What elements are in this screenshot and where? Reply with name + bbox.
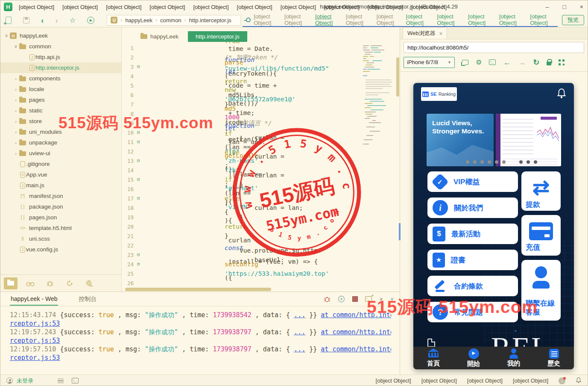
unlock-icon[interactable] (547, 62, 551, 65)
tree-chevron-icon[interactable]: › (12, 76, 19, 81)
log-token[interactable]: ... (294, 328, 305, 336)
bell-icon[interactable] (556, 88, 567, 99)
search-action[interactable]: [object Object] (468, 13, 493, 26)
menu-button[interactable]: 證書 (427, 250, 518, 270)
forward-icon[interactable]: › (55, 16, 58, 24)
tree-item[interactable]: manifest.json (0, 191, 121, 201)
tabbar-item[interactable]: 我的 (494, 347, 534, 369)
menu-item[interactable]: [object Object] (62, 4, 98, 10)
device-select[interactable]: iPhone 6/7/8 ▼ (404, 57, 455, 68)
search-option[interactable]: [object Object] (346, 13, 371, 26)
tab-debug[interactable] (43, 277, 57, 289)
tree-chevron-icon[interactable]: ∨ (3, 33, 10, 38)
back-icon[interactable]: ‹ (41, 16, 44, 24)
browser-back-icon[interactable]: ← (503, 59, 511, 66)
tree-chevron-icon[interactable]: › (12, 140, 19, 145)
tree-item[interactable]: ∨ happyLeek (0, 30, 121, 41)
tree-item[interactable]: http.api.js (0, 52, 121, 62)
search-option[interactable]: [object Object] (377, 13, 402, 26)
update-icon[interactable]: ↓ (559, 377, 565, 384)
carousel-dots[interactable] (466, 160, 537, 164)
tree-item[interactable]: ∨ common (0, 41, 121, 52)
menu-item[interactable]: [object Object] (281, 4, 316, 10)
search-action[interactable]: [object Object] (499, 13, 524, 26)
tree-chevron-icon[interactable]: › (12, 97, 19, 103)
url-input[interactable] (404, 42, 584, 53)
stop-icon[interactable] (352, 296, 358, 302)
restart-icon[interactable] (338, 295, 345, 303)
menu-button[interactable]: VIP權益 (427, 171, 518, 192)
gear-icon[interactable]: ⚙ (476, 59, 482, 66)
tree-chevron-icon[interactable]: ∨ (12, 44, 19, 49)
menu-item[interactable]: [object Object] (19, 4, 54, 10)
tree-item[interactable]: vue.config.js (0, 244, 121, 255)
tree-item[interactable]: uni.scss (0, 233, 121, 244)
menu-button[interactable]: 關於我們 (427, 197, 518, 218)
log-token[interactable]: rceptor.js:53 (10, 354, 60, 362)
tree-chevron-icon[interactable]: › (12, 119, 19, 124)
tree-item[interactable]: › pages (0, 94, 121, 105)
fold-marker-icon[interactable]: - (136, 253, 143, 257)
banner-slide-1[interactable]: Lucid Views, Stronger Moves. (427, 114, 494, 166)
save-icon[interactable] (23, 17, 29, 24)
search-action[interactable]: [object Object] (530, 13, 555, 26)
browser-forward-icon[interactable]: → (518, 59, 526, 66)
open-external-icon[interactable] (462, 60, 468, 65)
tab-close-icon[interactable]: × (439, 30, 443, 37)
tree-item[interactable]: › uview-ui (0, 148, 121, 159)
console-tab-web[interactable]: happyLeek - Web (10, 293, 58, 306)
web-browser-tab[interactable]: Web浏览器 × (403, 27, 447, 39)
status-item[interactable]: [object Object] (467, 377, 503, 384)
tabbar-item[interactable]: 首頁 (413, 347, 453, 369)
menu-item[interactable]: [object Object] (106, 4, 141, 10)
vertical-scrollbar[interactable] (396, 42, 400, 287)
breadcrumb-item[interactable]: common (160, 17, 181, 24)
user-avatar-icon[interactable] (6, 377, 13, 384)
scrollbar-thumb[interactable] (396, 57, 399, 97)
maximize-button[interactable]: □ (562, 3, 566, 10)
project-tab[interactable]: happyLeek (136, 31, 183, 42)
bookmark-star-icon[interactable]: ☆ (70, 16, 76, 24)
tab-search[interactable] (23, 277, 37, 289)
close-button[interactable]: × (580, 3, 583, 10)
log-token[interactable]: rceptor.js:53 (10, 320, 60, 327)
menu-button[interactable]: 最新活動 (427, 224, 518, 244)
log-token[interactable]: ... (294, 311, 305, 319)
new-file-icon[interactable] (6, 17, 12, 24)
panel-splitter-handle[interactable] (399, 223, 401, 240)
tab-web[interactable] (82, 277, 96, 289)
tabbar-item[interactable]: 歷史 (534, 347, 574, 369)
scrollbar-thumb[interactable] (125, 288, 271, 291)
terminal-icon[interactable]: ›_ (72, 378, 79, 383)
tree-item[interactable]: package.json (0, 201, 121, 212)
outline-list-icon[interactable] (58, 378, 64, 383)
log-token[interactable]: at common/http.inte (321, 328, 391, 336)
log-token[interactable]: ... (294, 345, 305, 353)
debug-bug-icon[interactable] (324, 296, 331, 303)
menu-item[interactable]: [object Object] (193, 4, 228, 10)
fold-marker-icon[interactable]: - (136, 262, 143, 266)
qr-code-icon[interactable] (559, 59, 565, 65)
banner-slide-2[interactable] (496, 114, 561, 166)
tree-item[interactable]: .gitignore (0, 159, 121, 169)
status-item[interactable]: [object Object] (513, 377, 548, 384)
fold-marker-icon[interactable]: - (136, 65, 143, 69)
refresh-icon[interactable]: ↻ (533, 59, 539, 66)
log-token[interactable]: at common/http.inte (321, 345, 391, 353)
fold-marker-icon[interactable]: - (136, 178, 143, 182)
fold-marker-icon[interactable]: - (136, 197, 143, 200)
tree-item[interactable]: template.h5.html (0, 223, 121, 233)
preview-button[interactable]: 预览 (562, 15, 584, 25)
login-status[interactable]: 未登录 (17, 377, 33, 385)
log-token[interactable]: rceptor.js:53 (10, 337, 60, 345)
tree-chevron-icon[interactable]: › (12, 108, 19, 113)
tree-item[interactable]: main.js (0, 180, 121, 191)
menu-button[interactable]: 合約條款 (427, 276, 518, 296)
tab-project-explorer[interactable] (4, 277, 18, 289)
menu-button[interactable]: 充值 (521, 215, 561, 256)
fold-marker-icon[interactable]: - (136, 140, 143, 144)
search-option[interactable]: [object Object] (254, 13, 279, 26)
notification-bell-icon[interactable] (576, 377, 582, 385)
horizontal-scrollbar[interactable] (122, 287, 400, 292)
tabbar-item[interactable]: 開始 (453, 347, 494, 369)
